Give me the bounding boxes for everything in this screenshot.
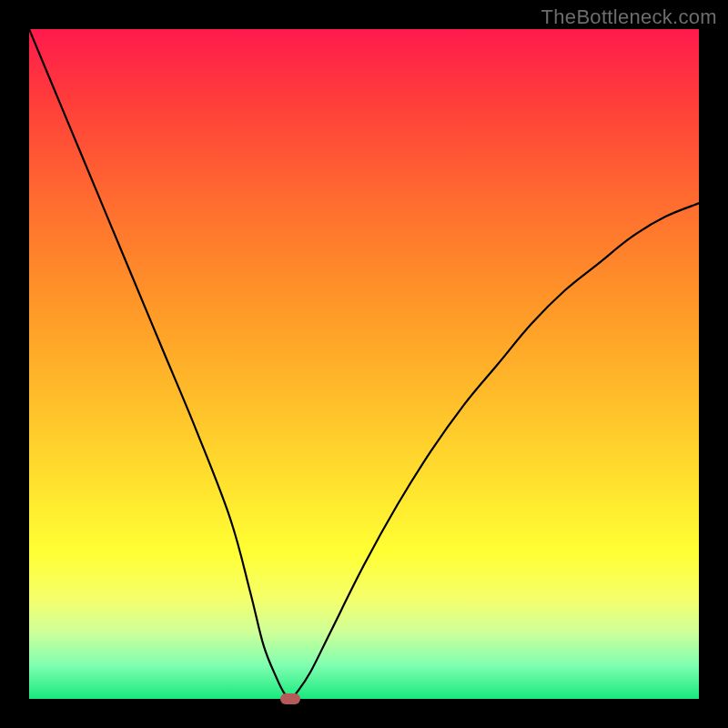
chart-frame: TheBottleneck.com xyxy=(0,0,728,728)
watermark-text: TheBottleneck.com xyxy=(541,5,717,29)
bottleneck-curve xyxy=(29,29,699,699)
minimum-marker xyxy=(280,693,300,704)
curve-svg xyxy=(29,29,699,699)
plot-area xyxy=(29,29,699,699)
